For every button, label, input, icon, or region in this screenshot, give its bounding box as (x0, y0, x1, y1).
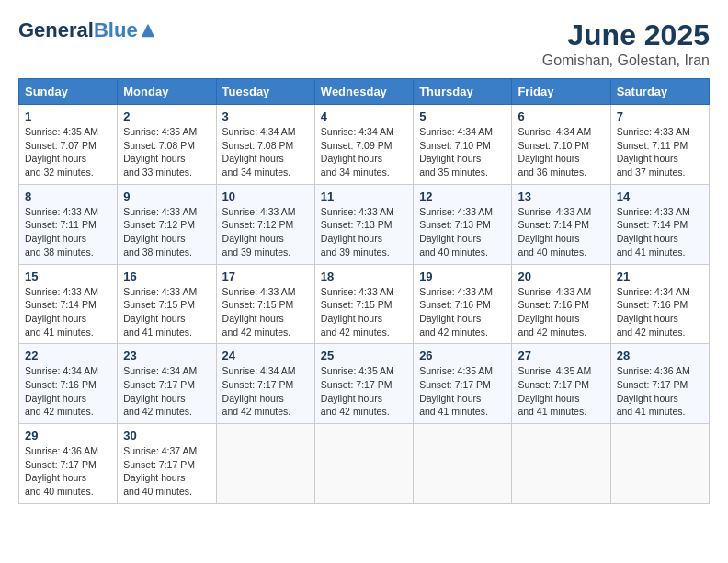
day-info: Sunrise: 4:36 AMSunset: 7:17 PMDaylight … (25, 445, 98, 497)
day-number: 10 (222, 190, 309, 203)
day-info: Sunrise: 4:34 AMSunset: 7:16 PMDaylight … (25, 365, 98, 417)
table-row: 22 Sunrise: 4:34 AMSunset: 7:16 PMDaylig… (19, 344, 118, 424)
calendar-header-row: SundayMondayTuesdayWednesdayThursdayFrid… (19, 79, 710, 105)
table-row: 17 Sunrise: 4:33 AMSunset: 7:15 PMDaylig… (216, 264, 314, 344)
day-info: Sunrise: 4:34 AMSunset: 7:09 PMDaylight … (321, 126, 394, 178)
day-info: Sunrise: 4:35 AMSunset: 7:17 PMDaylight … (321, 365, 394, 417)
day-number: 11 (321, 190, 407, 203)
day-number: 25 (321, 349, 407, 362)
table-row: 18 Sunrise: 4:33 AMSunset: 7:15 PMDaylig… (314, 264, 413, 344)
day-number: 15 (25, 270, 111, 283)
day-info: Sunrise: 4:33 AMSunset: 7:16 PMDaylight … (518, 286, 591, 338)
calendar-header-sunday: Sunday (19, 79, 118, 105)
day-number: 5 (419, 109, 506, 123)
table-row: 28 Sunrise: 4:36 AMSunset: 7:17 PMDaylig… (610, 344, 709, 424)
table-row: 21 Sunrise: 4:34 AMSunset: 7:16 PMDaylig… (610, 264, 709, 344)
table-row: 29 Sunrise: 4:36 AMSunset: 7:17 PMDaylig… (19, 424, 118, 504)
calendar-week-3: 15 Sunrise: 4:33 AMSunset: 7:14 PMDaylig… (19, 264, 710, 344)
svg-marker-0 (141, 24, 154, 37)
table-row: 10 Sunrise: 4:33 AMSunset: 7:12 PMDaylig… (216, 184, 314, 264)
day-number: 9 (123, 190, 210, 203)
table-row: 6 Sunrise: 4:34 AMSunset: 7:10 PMDayligh… (512, 105, 610, 185)
table-row (314, 424, 413, 504)
day-info: Sunrise: 4:33 AMSunset: 7:13 PMDaylight … (419, 206, 493, 258)
table-row: 24 Sunrise: 4:34 AMSunset: 7:17 PMDaylig… (216, 344, 314, 424)
day-number: 4 (321, 109, 407, 123)
month-title: June 2025 (542, 18, 710, 52)
table-row: 5 Sunrise: 4:34 AMSunset: 7:10 PMDayligh… (414, 105, 512, 185)
day-number: 24 (222, 349, 309, 362)
day-info: Sunrise: 4:35 AMSunset: 7:17 PMDaylight … (518, 365, 591, 417)
table-row: 4 Sunrise: 4:34 AMSunset: 7:09 PMDayligh… (314, 105, 413, 185)
day-info: Sunrise: 4:33 AMSunset: 7:15 PMDaylight … (222, 286, 296, 338)
day-info: Sunrise: 4:35 AMSunset: 7:07 PMDaylight … (25, 126, 98, 178)
table-row: 13 Sunrise: 4:33 AMSunset: 7:14 PMDaylig… (512, 184, 610, 264)
table-row: 19 Sunrise: 4:33 AMSunset: 7:16 PMDaylig… (414, 264, 512, 344)
calendar-header-tuesday: Tuesday (216, 79, 314, 105)
day-number: 13 (518, 190, 604, 203)
day-info: Sunrise: 4:33 AMSunset: 7:11 PMDaylight … (617, 126, 690, 178)
day-number: 1 (25, 109, 111, 123)
table-row (414, 424, 512, 504)
day-info: Sunrise: 4:34 AMSunset: 7:10 PMDaylight … (419, 126, 493, 178)
day-number: 28 (617, 349, 703, 362)
day-info: Sunrise: 4:33 AMSunset: 7:15 PMDaylight … (321, 286, 394, 338)
calendar-header-thursday: Thursday (414, 79, 512, 105)
day-info: Sunrise: 4:33 AMSunset: 7:14 PMDaylight … (25, 286, 98, 338)
day-number: 19 (419, 270, 506, 283)
day-number: 23 (123, 349, 210, 362)
day-number: 12 (419, 190, 506, 203)
table-row: 16 Sunrise: 4:33 AMSunset: 7:15 PMDaylig… (118, 264, 216, 344)
table-row: 30 Sunrise: 4:37 AMSunset: 7:17 PMDaylig… (118, 424, 216, 504)
logo-icon (140, 22, 156, 39)
day-number: 17 (222, 270, 309, 283)
day-info: Sunrise: 4:33 AMSunset: 7:12 PMDaylight … (123, 206, 197, 258)
calendar-header-friday: Friday (512, 79, 610, 105)
day-info: Sunrise: 4:35 AMSunset: 7:08 PMDaylight … (123, 126, 197, 178)
table-row: 27 Sunrise: 4:35 AMSunset: 7:17 PMDaylig… (512, 344, 610, 424)
table-row: 7 Sunrise: 4:33 AMSunset: 7:11 PMDayligh… (610, 105, 709, 185)
table-row: 9 Sunrise: 4:33 AMSunset: 7:12 PMDayligh… (118, 184, 216, 264)
table-row: 8 Sunrise: 4:33 AMSunset: 7:11 PMDayligh… (19, 184, 118, 264)
title-block: June 2025 Gomishan, Golestan, Iran (542, 18, 710, 69)
day-number: 16 (123, 270, 210, 283)
table-row (610, 424, 709, 504)
table-row: 25 Sunrise: 4:35 AMSunset: 7:17 PMDaylig… (314, 344, 413, 424)
calendar-header-monday: Monday (118, 79, 216, 105)
table-row: 14 Sunrise: 4:33 AMSunset: 7:14 PMDaylig… (610, 184, 709, 264)
day-info: Sunrise: 4:33 AMSunset: 7:14 PMDaylight … (518, 206, 591, 258)
day-number: 3 (222, 109, 309, 123)
table-row: 2 Sunrise: 4:35 AMSunset: 7:08 PMDayligh… (118, 105, 216, 185)
day-number: 30 (123, 429, 210, 442)
day-info: Sunrise: 4:37 AMSunset: 7:17 PMDaylight … (123, 445, 197, 497)
table-row (512, 424, 610, 504)
calendar-week-2: 8 Sunrise: 4:33 AMSunset: 7:11 PMDayligh… (19, 184, 710, 264)
day-info: Sunrise: 4:34 AMSunset: 7:17 PMDaylight … (123, 365, 197, 417)
day-number: 8 (25, 190, 111, 203)
day-info: Sunrise: 4:33 AMSunset: 7:14 PMDaylight … (617, 206, 690, 258)
day-info: Sunrise: 4:34 AMSunset: 7:16 PMDaylight … (617, 286, 690, 338)
day-info: Sunrise: 4:35 AMSunset: 7:17 PMDaylight … (419, 365, 493, 417)
day-number: 18 (321, 270, 407, 283)
table-row: 1 Sunrise: 4:35 AMSunset: 7:07 PMDayligh… (19, 105, 118, 185)
day-info: Sunrise: 4:36 AMSunset: 7:17 PMDaylight … (617, 365, 690, 417)
day-number: 22 (25, 349, 111, 362)
calendar-week-5: 29 Sunrise: 4:36 AMSunset: 7:17 PMDaylig… (19, 424, 710, 504)
table-row: 23 Sunrise: 4:34 AMSunset: 7:17 PMDaylig… (118, 344, 216, 424)
day-number: 7 (617, 109, 703, 123)
day-info: Sunrise: 4:34 AMSunset: 7:10 PMDaylight … (518, 126, 591, 178)
calendar-week-1: 1 Sunrise: 4:35 AMSunset: 7:07 PMDayligh… (19, 105, 710, 185)
table-row (216, 424, 314, 504)
logo: GeneralBlue (18, 18, 156, 42)
logo-general: GeneralBlue (18, 18, 138, 42)
table-row: 12 Sunrise: 4:33 AMSunset: 7:13 PMDaylig… (414, 184, 512, 264)
day-info: Sunrise: 4:33 AMSunset: 7:12 PMDaylight … (222, 206, 296, 258)
calendar-week-4: 22 Sunrise: 4:34 AMSunset: 7:16 PMDaylig… (19, 344, 710, 424)
day-number: 26 (419, 349, 506, 362)
day-number: 6 (518, 109, 604, 123)
day-info: Sunrise: 4:33 AMSunset: 7:15 PMDaylight … (123, 286, 197, 338)
day-info: Sunrise: 4:33 AMSunset: 7:11 PMDaylight … (25, 206, 98, 258)
location-subtitle: Gomishan, Golestan, Iran (542, 52, 710, 69)
day-info: Sunrise: 4:33 AMSunset: 7:13 PMDaylight … (321, 206, 394, 258)
day-info: Sunrise: 4:34 AMSunset: 7:17 PMDaylight … (222, 365, 296, 417)
